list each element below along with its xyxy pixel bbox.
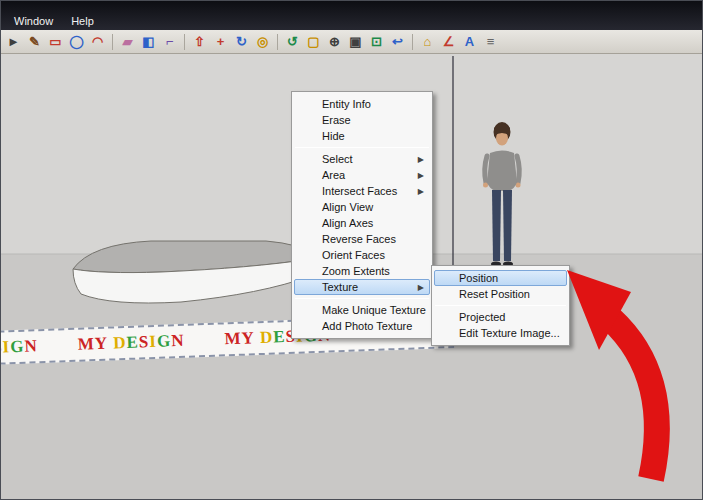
menu-item-reverse-faces[interactable]: Reverse Faces — [294, 231, 430, 247]
viewport-canvas[interactable]: MY DESIGNMY DESIGNMY DESIGNMY DESIGN Ent… — [1, 54, 702, 499]
tape-measure-tool-icon[interactable]: ⌐ — [160, 32, 179, 51]
toolbar-separator — [112, 34, 113, 50]
menu-item-label: Reverse Faces — [322, 233, 396, 245]
toolbar-separator — [277, 34, 278, 50]
menu-item-label: Erase — [322, 114, 351, 126]
toolbar-separator — [184, 34, 185, 50]
text-tool-icon[interactable]: A — [460, 32, 479, 51]
move-tool-icon[interactable]: + — [211, 32, 230, 51]
circle-tool-icon[interactable]: ◯ — [67, 32, 86, 51]
menu-item-label: Texture — [322, 281, 358, 293]
menu-window[interactable]: Window — [5, 13, 62, 29]
push-pull-tool-icon[interactable]: ⇧ — [190, 32, 209, 51]
menu-item-edit-texture-image[interactable]: Edit Texture Image... — [434, 325, 567, 341]
toolbar-icons: ►✎▭◯◠▰◧⌐⇧+↻◎↺▢⊕▣⊡↩⌂∠A≡ — [4, 30, 500, 53]
menu-item-label: Make Unique Texture — [322, 304, 426, 316]
submenu-arrow-icon: ▶ — [418, 187, 424, 197]
line-tool-icon[interactable]: ✎ — [25, 32, 44, 51]
submenu-arrow-icon: ▶ — [418, 155, 424, 165]
context-menu: Entity InfoEraseHideSelect▶Area▶Intersec… — [291, 91, 433, 339]
offset-tool-icon[interactable]: ◎ — [253, 32, 272, 51]
banner-word: MY DESIGN — [1, 336, 38, 360]
menu-separator — [435, 305, 566, 306]
menu-item-label: Projected — [459, 311, 505, 323]
menu-item-label: Select — [322, 153, 353, 165]
menu-item-label: Edit Texture Image... — [459, 327, 560, 339]
submenu-arrow-icon: ▶ — [418, 283, 424, 293]
menu-item-zoom-extents[interactable]: Zoom Extents — [294, 263, 430, 279]
front-view-tool-icon[interactable]: ⌂ — [418, 32, 437, 51]
dimension-tool-icon[interactable]: ≡ — [481, 32, 500, 51]
submenu-arrow-icon: ▶ — [418, 171, 424, 181]
menu-item-label: Add Photo Texture — [322, 320, 412, 332]
menu-item-make-unique-texture[interactable]: Make Unique Texture — [294, 302, 430, 318]
menu-item-label: Position — [459, 272, 498, 284]
pan-tool-icon[interactable]: ▢ — [304, 32, 323, 51]
eraser-tool-icon[interactable]: ▰ — [118, 32, 137, 51]
select-tool-icon[interactable]: ► — [4, 32, 23, 51]
menu-item-hide[interactable]: Hide — [294, 128, 430, 144]
previous-view-tool-icon[interactable]: ↩ — [388, 32, 407, 51]
menu-item-label: Align View — [322, 201, 373, 213]
menu-item-erase[interactable]: Erase — [294, 112, 430, 128]
menu-item-align-axes[interactable]: Align Axes — [294, 215, 430, 231]
zoom-window-tool-icon[interactable]: ▣ — [346, 32, 365, 51]
menu-item-intersect-faces[interactable]: Intersect Faces▶ — [294, 183, 430, 199]
rectangle-tool-icon[interactable]: ▭ — [46, 32, 65, 51]
menu-item-projected[interactable]: Projected — [434, 309, 567, 325]
menu-item-add-photo-texture[interactable]: Add Photo Texture — [294, 318, 430, 334]
menu-item-label: Align Axes — [322, 217, 373, 229]
menu-item-label: Area — [322, 169, 345, 181]
menu-item-label: Entity Info — [322, 98, 371, 110]
menu-item-reset-position[interactable]: Reset Position — [434, 286, 567, 302]
menu-item-label: Intersect Faces — [322, 185, 397, 197]
menu-item-label: Hide — [322, 130, 345, 142]
menu-separator — [295, 298, 429, 299]
arc-tool-icon[interactable]: ◠ — [88, 32, 107, 51]
menu-help[interactable]: Help — [62, 13, 103, 29]
title-bar: Window Help — [1, 1, 702, 30]
zoom-extents-tool-icon[interactable]: ⊡ — [367, 32, 386, 51]
menu-item-label: Zoom Extents — [322, 265, 390, 277]
texture-submenu: PositionReset PositionProjectedEdit Text… — [431, 265, 570, 346]
menu-item-label: Orient Faces — [322, 249, 385, 261]
menu-item-area[interactable]: Area▶ — [294, 167, 430, 183]
zoom-tool-icon[interactable]: ⊕ — [325, 32, 344, 51]
menu-separator — [295, 147, 429, 148]
paint-bucket-tool-icon[interactable]: ◧ — [139, 32, 158, 51]
menu-item-select[interactable]: Select▶ — [294, 151, 430, 167]
axes-tool-icon[interactable]: ∠ — [439, 32, 458, 51]
banner-word: MY DESIGN — [77, 331, 184, 355]
menu-item-align-view[interactable]: Align View — [294, 199, 430, 215]
app-window: Window Help ►✎▭◯◠▰◧⌐⇧+↻◎↺▢⊕▣⊡↩⌂∠A≡ — [0, 0, 703, 500]
menu-item-label: Reset Position — [459, 288, 530, 300]
toolbar-separator — [412, 34, 413, 50]
toolbar: ►✎▭◯◠▰◧⌐⇧+↻◎↺▢⊕▣⊡↩⌂∠A≡ — [1, 30, 702, 54]
rotate-tool-icon[interactable]: ↻ — [232, 32, 251, 51]
menu-item-entity-info[interactable]: Entity Info — [294, 96, 430, 112]
menu-item-position[interactable]: Position — [434, 270, 567, 286]
menu-item-texture[interactable]: Texture▶ — [294, 279, 430, 295]
menu-item-orient-faces[interactable]: Orient Faces — [294, 247, 430, 263]
orbit-tool-icon[interactable]: ↺ — [283, 32, 302, 51]
